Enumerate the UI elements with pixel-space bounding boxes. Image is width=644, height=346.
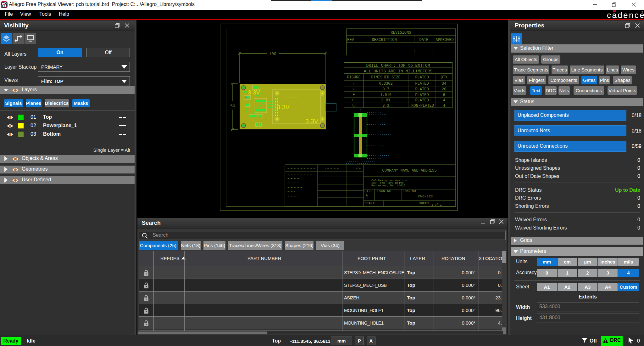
svg-text:SCALE: SCALE bbox=[364, 201, 375, 205]
svg-text:SHEET: SHEET bbox=[419, 201, 429, 205]
svg-text:SIZE: SIZE bbox=[364, 189, 373, 193]
svg-text:34: 34 bbox=[442, 82, 446, 86]
svg-text:DATE: DATE bbox=[419, 38, 429, 42]
svg-text:1 of 1: 1 of 1 bbox=[431, 203, 441, 207]
svg-text:REV: REV bbox=[347, 38, 354, 42]
svg-text:PLATED: PLATED bbox=[415, 75, 429, 80]
svg-text:1.016: 1.016 bbox=[380, 93, 391, 97]
svg-text:100: 100 bbox=[269, 52, 276, 56]
svg-text:REVISIONS: REVISIONS bbox=[391, 31, 411, 35]
svg-text:NON-PLATED: NON-PLATED bbox=[411, 104, 434, 108]
svg-text:20: 20 bbox=[442, 87, 446, 92]
svg-text:4: 4 bbox=[443, 98, 445, 103]
svg-text:FIGURE: FIGURE bbox=[347, 75, 360, 80]
svg-text:COMPANY NAME AND ADDRESS: COMPANY NAME AND ADDRESS bbox=[382, 168, 437, 173]
svg-text:PLATED: PLATED bbox=[415, 98, 429, 103]
svg-text:PLATED: PLATED bbox=[415, 87, 429, 92]
svg-text:ALL UNITS ARE IN MILLIMETERS: ALL UNITS ARE IN MILLIMETERS bbox=[364, 69, 433, 74]
svg-text:6: 6 bbox=[443, 93, 445, 97]
svg-text:APPROVED: APPROVED bbox=[436, 38, 454, 42]
svg-text:3.3V: 3.3V bbox=[277, 104, 290, 111]
svg-text:3.3V: 3.3V bbox=[248, 89, 260, 96]
svg-text:DESCRIPTION: DESCRIPTION bbox=[372, 38, 397, 42]
svg-text:FSCN NO: FSCN NO bbox=[377, 189, 391, 193]
svg-text:A: A bbox=[366, 194, 368, 197]
svg-text:50: 50 bbox=[230, 104, 235, 109]
svg-text:3.3V: 3.3V bbox=[305, 118, 319, 125]
svg-text:3.81: 3.81 bbox=[381, 98, 391, 103]
svg-text:DWG NO: DWG NO bbox=[403, 189, 416, 193]
svg-text:Rochester, NY, 14623: Rochester, NY, 14623 bbox=[371, 184, 405, 187]
svg-text:DWG-123: DWG-123 bbox=[418, 195, 433, 198]
svg-text:4: 4 bbox=[443, 104, 445, 108]
svg-text:FINISHED_SIZE: FINISHED_SIZE bbox=[371, 75, 401, 80]
svg-text:3.3: 3.3 bbox=[382, 104, 389, 108]
svg-text:PLATED: PLATED bbox=[415, 93, 429, 97]
svg-text:0.7: 0.7 bbox=[382, 87, 389, 92]
svg-text:PLATED: PLATED bbox=[415, 82, 429, 86]
svg-text:DRILL CHART: TOP to BOTTOM: DRILL CHART: TOP to BOTTOM bbox=[366, 63, 430, 68]
svg-text:QTY: QTY bbox=[441, 75, 447, 80]
svg-text:0.3302: 0.3302 bbox=[379, 82, 392, 86]
